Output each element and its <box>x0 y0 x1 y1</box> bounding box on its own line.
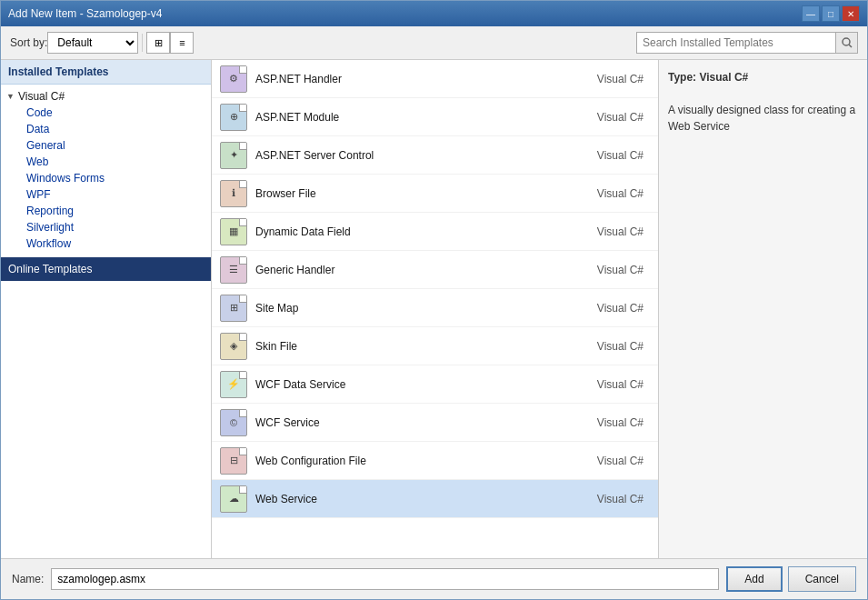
template-item[interactable]: ⚙ASP.NET HandlerVisual C# <box>212 60 658 98</box>
template-icon: ⊞ <box>219 294 248 323</box>
cancel-button[interactable]: Cancel <box>788 566 856 592</box>
template-item[interactable]: ℹBrowser FileVisual C# <box>212 175 658 213</box>
sort-label: Sort by: <box>10 36 47 49</box>
name-label: Name: <box>12 573 44 585</box>
search-input[interactable] <box>636 32 836 54</box>
template-item[interactable]: ☁Web ServiceVisual C# <box>212 480 658 518</box>
template-name: Web Configuration File <box>255 455 597 467</box>
sidebar: Installed Templates ▼ Visual C# Code Dat… <box>1 60 212 558</box>
add-button[interactable]: Add <box>726 566 782 592</box>
sidebar-item-web[interactable]: Web <box>1 154 211 170</box>
template-type: Visual C# <box>597 340 644 353</box>
maximize-button[interactable]: □ <box>822 5 840 22</box>
toolbar: Sort by: Default ⊞ ≡ <box>1 26 867 60</box>
template-type: Visual C# <box>597 264 644 276</box>
template-icon: ⊕ <box>219 103 248 132</box>
template-name: ASP.NET Handler <box>255 73 597 85</box>
sidebar-item-silverlight[interactable]: Silverlight <box>1 219 211 235</box>
type-label: Type: Visual C# <box>668 71 748 84</box>
sidebar-header: Installed Templates <box>1 60 211 85</box>
template-list: ⚙ASP.NET HandlerVisual C#⊕ASP.NET Module… <box>212 60 658 558</box>
sidebar-item-onlinetemplates[interactable]: Online Templates <box>1 257 211 281</box>
search-icon <box>842 37 853 48</box>
expand-icon: ▼ <box>6 92 15 101</box>
name-input[interactable] <box>51 568 719 590</box>
template-name: WCF Data Service <box>255 378 597 391</box>
view-list-button[interactable]: ≡ <box>170 32 194 54</box>
sidebar-item-visualcsharp[interactable]: ▼ Visual C# <box>1 88 211 105</box>
template-icon: ☁ <box>219 485 248 514</box>
template-type: Visual C# <box>597 493 644 505</box>
template-type: Visual C# <box>597 455 644 467</box>
template-item[interactable]: ✦ASP.NET Server ControlVisual C# <box>212 136 658 175</box>
template-item[interactable]: ⚡WCF Data ServiceVisual C# <box>212 365 658 404</box>
title-bar-title: Add New Item - Szamologep-v4 <box>8 7 162 20</box>
template-item[interactable]: ⊞Site MapVisual C# <box>212 289 658 327</box>
sidebar-item-visualcsharp-label: Visual C# <box>18 90 65 103</box>
title-bar-controls: ― □ ✕ <box>802 5 860 22</box>
template-name: Web Service <box>255 493 597 505</box>
template-name: ASP.NET Module <box>255 111 597 124</box>
sidebar-item-workflow[interactable]: Workflow <box>1 235 211 252</box>
template-name: ASP.NET Server Control <box>255 149 597 162</box>
type-description: A visually designed class for creating a… <box>668 104 855 133</box>
template-name: Generic Handler <box>255 264 597 276</box>
sidebar-item-code[interactable]: Code <box>1 105 211 121</box>
search-box <box>636 32 858 54</box>
sidebar-item-web-label: Web <box>26 155 48 168</box>
template-item[interactable]: ◈Skin FileVisual C# <box>212 327 658 365</box>
template-type: Visual C# <box>597 111 644 124</box>
bottom-bar: Name: Add Cancel <box>1 558 867 599</box>
sidebar-item-wpf[interactable]: WPF <box>1 186 211 203</box>
sidebar-item-onlinetemplates-label: Online Templates <box>8 263 93 275</box>
template-item[interactable]: ©WCF ServiceVisual C# <box>212 404 658 442</box>
sidebar-item-workflow-label: Workflow <box>26 237 71 250</box>
template-icon: ◈ <box>219 332 248 361</box>
action-buttons: Add Cancel <box>726 566 856 592</box>
sidebar-tree: ▼ Visual C# Code Data General Web Window… <box>1 85 211 255</box>
title-bar: Add New Item - Szamologep-v4 ― □ ✕ <box>1 1 867 26</box>
template-item[interactable]: ☰Generic HandlerVisual C# <box>212 251 658 289</box>
template-type: Visual C# <box>597 73 644 85</box>
template-type: Visual C# <box>597 302 644 315</box>
sidebar-item-general[interactable]: General <box>1 137 211 154</box>
center-panel: ⚙ASP.NET HandlerVisual C#⊕ASP.NET Module… <box>212 60 658 558</box>
close-button[interactable]: ✕ <box>842 5 860 22</box>
template-type: Visual C# <box>597 416 644 429</box>
sidebar-item-silverlight-label: Silverlight <box>26 221 74 234</box>
sidebar-item-data-label: Data <box>26 123 49 135</box>
template-item[interactable]: ⊕ASP.NET ModuleVisual C# <box>212 98 658 136</box>
template-name: Browser File <box>255 187 597 200</box>
template-item[interactable]: ▦Dynamic Data FieldVisual C# <box>212 213 658 251</box>
template-type: Visual C# <box>597 225 644 238</box>
sidebar-item-wpf-label: WPF <box>26 188 51 201</box>
sidebar-item-reporting-label: Reporting <box>26 205 74 217</box>
sidebar-item-data[interactable]: Data <box>1 121 211 137</box>
template-type: Visual C# <box>597 378 644 391</box>
right-panel: Type: Visual C# A visually designed clas… <box>658 60 867 558</box>
template-icon: ▦ <box>219 217 248 246</box>
view-large-icon-button[interactable]: ⊞ <box>146 32 170 54</box>
separator <box>142 34 143 52</box>
sidebar-item-windowsforms[interactable]: Windows Forms <box>1 170 211 186</box>
svg-point-0 <box>843 38 850 45</box>
minimize-button[interactable]: ― <box>802 5 820 22</box>
template-icon: ⚙ <box>219 65 248 94</box>
template-icon: ⚡ <box>219 370 248 399</box>
svg-line-1 <box>849 45 852 47</box>
template-icon: ✦ <box>219 141 248 170</box>
template-icon: ℹ <box>219 179 248 208</box>
type-info: Type: Visual C# A visually designed clas… <box>668 69 858 135</box>
sidebar-item-general-label: General <box>26 139 65 152</box>
sidebar-item-reporting[interactable]: Reporting <box>1 203 211 219</box>
template-type: Visual C# <box>597 149 644 162</box>
template-icon: ⊟ <box>219 446 248 475</box>
template-name: Site Map <box>255 302 597 315</box>
main-window: Add New Item - Szamologep-v4 ― □ ✕ Sort … <box>0 0 868 600</box>
template-icon: © <box>219 408 248 437</box>
template-name: Dynamic Data Field <box>255 225 597 238</box>
sidebar-item-code-label: Code <box>26 106 53 119</box>
sort-dropdown[interactable]: Default <box>47 32 138 54</box>
search-button[interactable] <box>836 32 858 54</box>
template-item[interactable]: ⊟Web Configuration FileVisual C# <box>212 442 658 480</box>
